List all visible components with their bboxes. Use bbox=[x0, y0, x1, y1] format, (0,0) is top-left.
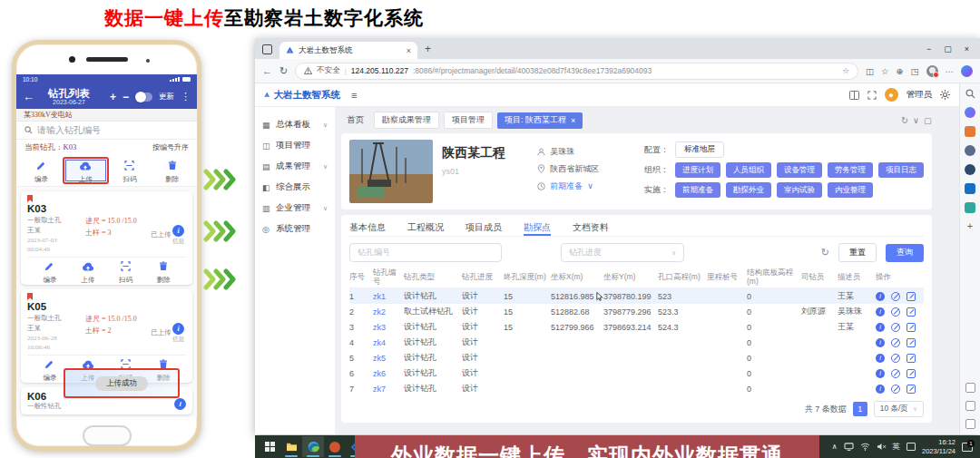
edge-browser-icon[interactable] bbox=[302, 436, 324, 457]
row-info-icon[interactable]: i bbox=[876, 338, 885, 347]
info-icon[interactable]: i bbox=[174, 398, 186, 410]
tab-close-icon[interactable]: × bbox=[571, 116, 575, 125]
phone-action-scan[interactable]: 扫码 bbox=[107, 259, 145, 283]
row-info-icon[interactable]: i bbox=[876, 307, 885, 317]
impl-button-勘探外业[interactable]: 勘探外业 bbox=[726, 182, 771, 198]
refresh-button[interactable]: 更新 bbox=[159, 92, 174, 102]
row-info-icon[interactable]: i bbox=[876, 354, 885, 363]
row-disable-icon[interactable] bbox=[891, 307, 900, 317]
settings-menu-icon[interactable]: ⋯ bbox=[946, 66, 955, 76]
sidebar-item-enterprise[interactable]: ▥企业管理∨ bbox=[255, 198, 335, 219]
impl-button-前期准备[interactable]: 前期准备 bbox=[675, 182, 720, 198]
home-button[interactable] bbox=[83, 425, 132, 446]
phone-action-record[interactable]: 编录 bbox=[31, 259, 69, 283]
hole-progress-select[interactable]: 钻孔进度∨ bbox=[561, 243, 684, 262]
stage-dropdown-icon[interactable]: ∨ bbox=[587, 178, 593, 195]
impl-button-内业整理[interactable]: 内业整理 bbox=[828, 182, 873, 198]
sidebar-item-results[interactable]: ▤成果管理∨ bbox=[255, 156, 335, 177]
sidebar-contact-icon[interactable] bbox=[965, 145, 975, 156]
table-row[interactable]: 1zk1设计钻孔设计15512816.9853798780.1995230王某i bbox=[349, 288, 924, 304]
back-icon[interactable]: ← bbox=[262, 65, 272, 76]
sidebar-item-project[interactable]: ◫项目管理 bbox=[255, 135, 335, 156]
open-external-icon[interactable] bbox=[965, 419, 975, 429]
url-field[interactable]: 不安全 | 124.205.110.227:8086/#/projectmana… bbox=[295, 63, 858, 80]
org-button-劳务管理[interactable]: 劳务管理 bbox=[828, 162, 873, 178]
content-tab[interactable]: 勘察成果管理 bbox=[374, 112, 439, 129]
table-row[interactable]: 5zk5设计钻孔设计0i bbox=[349, 350, 924, 365]
hole-link[interactable]: zk3 bbox=[373, 323, 404, 332]
search-bar[interactable]: 请输入钻孔编号 bbox=[16, 122, 197, 140]
row-disable-icon[interactable] bbox=[891, 369, 900, 378]
sidebar-teal-app-icon[interactable] bbox=[965, 202, 975, 213]
table-row[interactable]: 7zk7设计钻孔设计0i bbox=[349, 381, 924, 396]
sort-order-button[interactable]: 按编号升序 bbox=[152, 142, 189, 152]
detail-tab-3[interactable]: 项目成员 bbox=[466, 219, 502, 236]
detail-tab-5[interactable]: 文档资料 bbox=[573, 219, 609, 236]
row-disable-icon[interactable] bbox=[891, 354, 900, 363]
profile-avatar[interactable] bbox=[926, 65, 938, 77]
row-edit-icon[interactable] bbox=[906, 354, 916, 363]
zoom-in-button[interactable]: + bbox=[110, 91, 116, 103]
phone-action-delete[interactable]: 删除 bbox=[151, 157, 193, 184]
sidebar-outlook-icon[interactable] bbox=[965, 183, 975, 194]
sidebar-item-system[interactable]: ◎系统管理 bbox=[255, 219, 335, 239]
sidebar-search-icon[interactable] bbox=[965, 89, 975, 99]
table-row[interactable]: 2zk2取土试样钻孔设计15512882.683798779.296523.30… bbox=[349, 304, 924, 319]
volume-muted-icon[interactable] bbox=[877, 443, 887, 451]
config-standard-stratum-button[interactable]: 标准地层 bbox=[675, 141, 724, 158]
collapse-menu-icon[interactable]: ≡ bbox=[351, 90, 357, 101]
sidebar-copilot-icon[interactable] bbox=[965, 107, 975, 118]
split-screen-icon[interactable]: ◫ bbox=[866, 66, 874, 76]
copilot-icon[interactable] bbox=[961, 65, 973, 77]
new-tab-button[interactable]: + bbox=[425, 43, 431, 55]
collections-icon[interactable]: ⊕ bbox=[897, 66, 904, 76]
row-edit-icon[interactable] bbox=[906, 307, 916, 317]
zoom-out-button[interactable]: − bbox=[122, 91, 129, 103]
row-disable-icon[interactable] bbox=[891, 292, 900, 301]
input-language[interactable]: 英 bbox=[893, 442, 901, 453]
row-disable-icon[interactable] bbox=[891, 385, 900, 394]
screenshot-tool-icon[interactable] bbox=[965, 383, 975, 393]
row-disable-icon[interactable] bbox=[891, 323, 900, 332]
sidebar-games-icon[interactable] bbox=[965, 164, 975, 175]
user-name[interactable]: 管理员 bbox=[906, 89, 933, 101]
hole-card-k03[interactable]: K03 一般取土孔 王某 2023-07-03 00:04:49 进尺 = 15… bbox=[21, 191, 192, 285]
more-menu-icon[interactable]: ⋮ bbox=[181, 91, 191, 102]
row-info-icon[interactable]: i bbox=[876, 292, 885, 301]
powerpoint-icon[interactable] bbox=[324, 436, 346, 457]
sidebar-item-dashboard[interactable]: ▦总体看板∨ bbox=[255, 114, 335, 135]
phone-action-upload[interactable]: 上传 bbox=[63, 157, 109, 184]
close-button[interactable]: × bbox=[965, 44, 969, 54]
hole-link[interactable]: zk2 bbox=[373, 307, 404, 317]
hole-number-input[interactable]: 钻孔编号 bbox=[349, 243, 502, 262]
hole-link[interactable]: zk4 bbox=[373, 338, 404, 347]
row-edit-icon[interactable] bbox=[906, 385, 916, 394]
info-icon[interactable]: i bbox=[172, 225, 184, 237]
tab-active-project[interactable]: 项目: 陕西某工程× bbox=[497, 112, 583, 129]
tabs-dropdown-icon[interactable]: ∨ bbox=[913, 115, 919, 125]
row-disable-icon[interactable] bbox=[891, 338, 900, 347]
phone-action-upload[interactable]: 上传 bbox=[69, 259, 107, 283]
org-button-项目日志[interactable]: 项目日志 bbox=[878, 162, 924, 178]
table-row[interactable]: 4zk4设计钻孔设计0i bbox=[349, 335, 924, 350]
reset-button[interactable]: 重置 bbox=[838, 243, 877, 262]
expand-view-icon[interactable]: ▢ bbox=[924, 115, 932, 125]
row-edit-icon[interactable] bbox=[906, 338, 916, 347]
wifi-icon[interactable] bbox=[860, 443, 870, 451]
row-edit-icon[interactable] bbox=[906, 323, 916, 332]
maximize-button[interactable]: ▢ bbox=[944, 44, 952, 54]
project-stage[interactable]: 前期准备 bbox=[550, 178, 583, 195]
ime-keyboard-icon[interactable] bbox=[906, 443, 916, 451]
reload-icon[interactable]: ↻ bbox=[279, 65, 288, 77]
refresh-table-icon[interactable]: ↻ bbox=[821, 247, 829, 258]
hole-link[interactable]: zk7 bbox=[373, 385, 404, 394]
file-explorer-icon[interactable] bbox=[280, 436, 302, 457]
workspace-icon[interactable] bbox=[262, 44, 272, 54]
phone-action-delete[interactable]: 删除 bbox=[144, 259, 182, 283]
content-tab[interactable]: 项目管理 bbox=[444, 112, 493, 129]
reading-panel-icon[interactable] bbox=[965, 401, 975, 411]
detail-tab-1[interactable]: 基本信息 bbox=[349, 219, 386, 236]
display-icon[interactable] bbox=[844, 443, 854, 451]
sidebar-item-display[interactable]: ◧综合展示 bbox=[255, 177, 335, 198]
tab-home[interactable]: 首页 bbox=[341, 114, 369, 126]
